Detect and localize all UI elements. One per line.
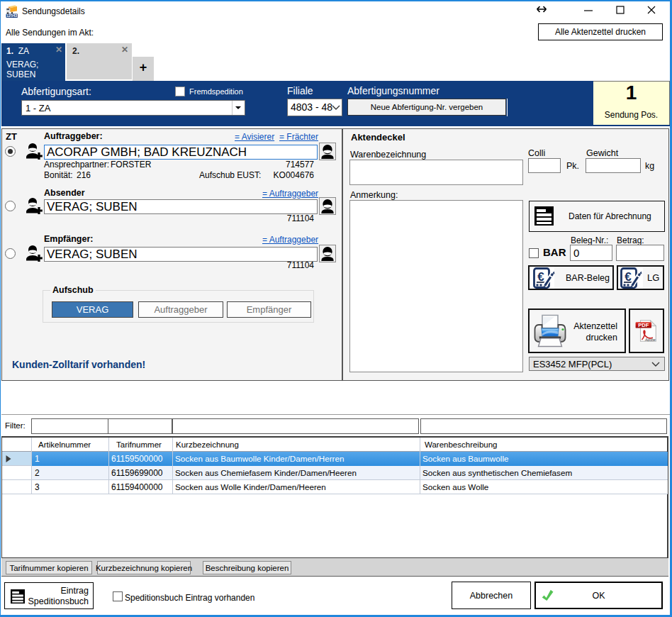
- svg-text:12543: 12543: [6, 13, 17, 18]
